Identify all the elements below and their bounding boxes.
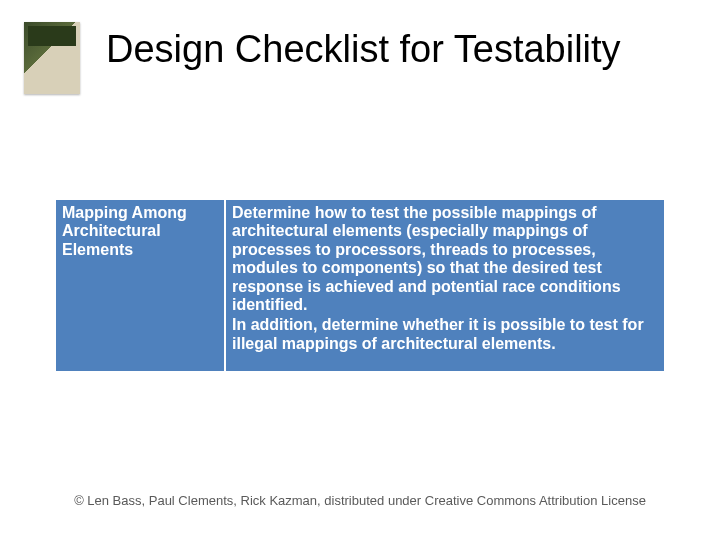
book-cover-thumbnail xyxy=(24,22,80,94)
description-cell: Determine how to test the possible mappi… xyxy=(226,200,664,371)
description-paragraph: Determine how to test the possible mappi… xyxy=(232,204,654,314)
category-cell: Mapping Among Architectural Elements xyxy=(56,200,226,371)
slide-title: Design Checklist for Testability xyxy=(106,28,680,71)
checklist-table: Mapping Among Architectural Elements Det… xyxy=(56,200,664,371)
slide: Design Checklist for Testability Mapping… xyxy=(0,0,720,540)
copyright-footer: © Len Bass, Paul Clements, Rick Kazman, … xyxy=(0,493,720,508)
description-paragraph: In addition, determine whether it is pos… xyxy=(232,316,654,353)
